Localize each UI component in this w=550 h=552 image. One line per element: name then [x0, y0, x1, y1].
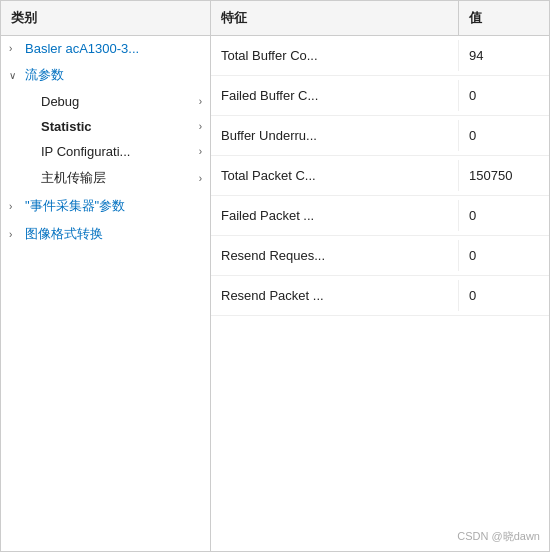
sidebar-item-statistic[interactable]: Statistic› — [1, 114, 210, 139]
sidebar-item-label: 图像格式转换 — [25, 225, 202, 243]
watermark: CSDN @晓dawn — [457, 529, 540, 544]
value-cell: 94 — [459, 40, 549, 71]
left-header: 类别 — [1, 1, 210, 36]
sidebar-item-label: Debug — [41, 94, 199, 109]
arrow-right-icon: › — [199, 121, 202, 132]
value-cell: 0 — [459, 120, 549, 151]
table-row[interactable]: Resend Reques...0 — [211, 236, 549, 276]
sidebar-item-ip-config[interactable]: IP Configurati...› — [1, 139, 210, 164]
feature-cell: Total Packet C... — [211, 160, 459, 191]
arrow-right-icon: › — [199, 146, 202, 157]
sidebar-item-label: 流参数 — [25, 66, 202, 84]
feature-cell: Failed Packet ... — [211, 200, 459, 231]
sidebar-item-label: IP Configurati... — [41, 144, 199, 159]
feature-col-header: 特征 — [211, 1, 459, 35]
sidebar-item-host-transport[interactable]: 主机传输层› — [1, 164, 210, 192]
sidebar-item-label: Statistic — [41, 119, 199, 134]
value-cell: 0 — [459, 200, 549, 231]
table-row[interactable]: Total Buffer Co...94 — [211, 36, 549, 76]
left-panel: 类别 ›Basler acA1300-3...∨流参数Debug›Statist… — [1, 1, 211, 551]
feature-cell: Total Buffer Co... — [211, 40, 459, 71]
sidebar-item-debug[interactable]: Debug› — [1, 89, 210, 114]
sidebar-item-basler[interactable]: ›Basler acA1300-3... — [1, 36, 210, 61]
main-container: 类别 ›Basler acA1300-3...∨流参数Debug›Statist… — [0, 0, 550, 552]
right-panel: 特征 值 Total Buffer Co...94Failed Buffer C… — [211, 1, 549, 551]
chevron-icon: ∨ — [9, 70, 25, 81]
right-header: 特征 值 — [211, 1, 549, 36]
value-cell: 0 — [459, 240, 549, 271]
rows-container: Total Buffer Co...94Failed Buffer C...0B… — [211, 36, 549, 316]
arrow-right-icon: › — [199, 96, 202, 107]
value-col-header: 值 — [459, 1, 549, 35]
feature-cell: Resend Reques... — [211, 240, 459, 271]
sidebar-item-label: Basler acA1300-3... — [25, 41, 202, 56]
value-cell: 150750 — [459, 160, 549, 191]
feature-cell: Failed Buffer C... — [211, 80, 459, 111]
chevron-icon: › — [9, 229, 25, 240]
chevron-icon: › — [9, 43, 25, 54]
table-row[interactable]: Failed Packet ...0 — [211, 196, 549, 236]
sidebar-item-event-collector[interactable]: ›"事件采集器"参数 — [1, 192, 210, 220]
chevron-icon: › — [9, 201, 25, 212]
table-row[interactable]: Buffer Underru...0 — [211, 116, 549, 156]
table-row[interactable]: Total Packet C...150750 — [211, 156, 549, 196]
sidebar-item-image-format[interactable]: ›图像格式转换 — [1, 220, 210, 248]
value-cell: 0 — [459, 80, 549, 111]
table-row[interactable]: Resend Packet ...0 — [211, 276, 549, 316]
sidebar-item-label: 主机传输层 — [41, 169, 199, 187]
arrow-right-icon: › — [199, 173, 202, 184]
feature-cell: Buffer Underru... — [211, 120, 459, 151]
value-cell: 0 — [459, 280, 549, 311]
feature-cell: Resend Packet ... — [211, 280, 459, 311]
sidebar-item-label: "事件采集器"参数 — [25, 197, 202, 215]
table-row[interactable]: Failed Buffer C...0 — [211, 76, 549, 116]
sidebar-item-stream-params[interactable]: ∨流参数 — [1, 61, 210, 89]
tree-container: ›Basler acA1300-3...∨流参数Debug›Statistic›… — [1, 36, 210, 248]
